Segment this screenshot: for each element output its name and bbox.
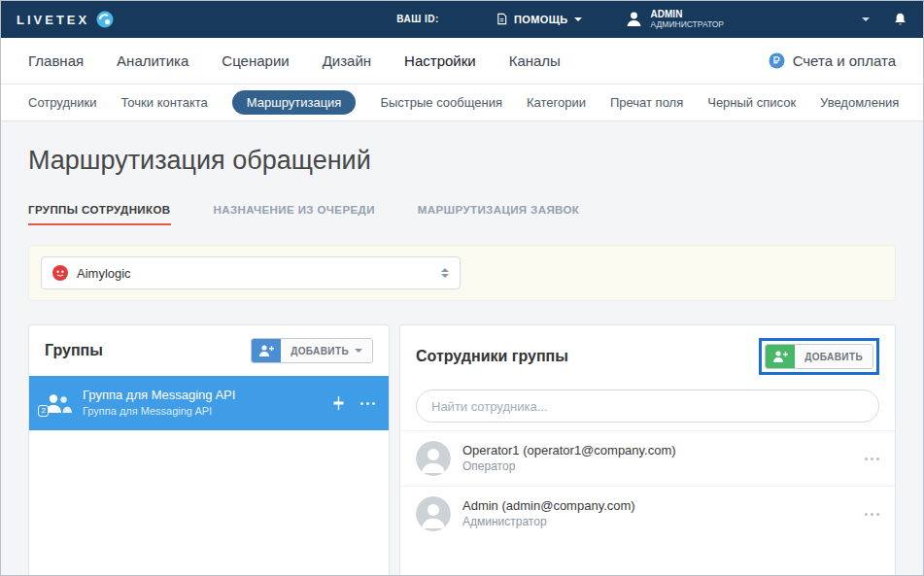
add-member-label: ДОБАВИТЬ	[804, 352, 863, 362]
member-more-menu-icon[interactable]	[865, 457, 879, 460]
nav-item-design[interactable]: Дизайн	[323, 52, 371, 69]
app-window: LIVETEX ВАШ ID: ПОМОЩЬ ADMIN АДМИНИС	[0, 0, 924, 576]
nav-item-settings[interactable]: Настройки	[404, 52, 476, 69]
avatar	[416, 441, 451, 476]
subnav-item-employees[interactable]: Сотрудники	[28, 95, 96, 110]
groups-card: Группы ДОБАВИТЬ 2	[28, 324, 390, 575]
member-role: Администратор	[462, 515, 635, 530]
nav-item-main[interactable]: Главная	[28, 52, 84, 69]
user-role: АДМИНИСТРАТОР	[651, 20, 724, 30]
add-group-button[interactable]: ДОБАВИТЬ	[251, 338, 373, 363]
billing-icon	[769, 52, 785, 69]
notifications-bell-icon[interactable]	[893, 12, 907, 27]
member-more-menu-icon[interactable]	[865, 513, 879, 516]
bot-select-value: Aimylogic	[77, 266, 131, 281]
routing-tabs: ГРУППЫ СОТРУДНИКОВ НАЗНАЧЕНИЕ ИЗ ОЧЕРЕДИ…	[28, 204, 896, 225]
groups-card-title: Группы	[45, 342, 103, 359]
members-card-title: Сотрудники группы	[416, 348, 568, 365]
topbar-dropdown-icon[interactable]	[862, 17, 870, 21]
livetex-logo-text: LIVETEX	[17, 13, 89, 27]
subnav-item-notifications[interactable]: Уведомления	[820, 95, 899, 110]
member-row: Operator1 (operator1@company.com) Операт…	[400, 430, 895, 486]
main-nav: Главная Аналитика Сценарии Дизайн Настро…	[1, 38, 923, 85]
subnav-item-categories[interactable]: Категории	[527, 95, 586, 110]
tab-queue-assignment[interactable]: НАЗНАЧЕНИЕ ИЗ ОЧЕРЕДИ	[214, 204, 375, 225]
add-member-button[interactable]: ДОБАВИТЬ	[765, 344, 873, 369]
member-search-input[interactable]	[416, 390, 879, 423]
content-area: Маршрутизация обращений ГРУППЫ СОТРУДНИК…	[1, 121, 923, 575]
group-count-badge: 2	[38, 405, 49, 417]
tab-employee-groups[interactable]: ГРУППЫ СОТРУДНИКОВ	[28, 204, 171, 225]
chevron-down-icon	[574, 17, 582, 21]
your-id-label: ВАШ ID:	[396, 14, 439, 24]
add-member-icon	[766, 345, 795, 368]
bot-select[interactable]: Aimylogic	[41, 256, 461, 289]
subnav-item-routing[interactable]: Маршрутизация	[232, 90, 357, 115]
group-more-menu-icon[interactable]	[360, 402, 375, 405]
group-people-icon: 2	[43, 392, 72, 414]
help-label: ПОМОЩЬ	[514, 14, 568, 25]
add-group-icon	[252, 339, 281, 362]
help-icon	[496, 13, 508, 25]
bot-select-panel: Aimylogic	[28, 245, 896, 301]
subnav-item-quick-messages[interactable]: Быстрые сообщения	[380, 95, 502, 110]
chevron-down-icon	[355, 349, 362, 353]
subnav-item-blacklist[interactable]: Черный список	[707, 95, 796, 110]
member-row: Admin (admin@company.com) Администратор	[400, 486, 895, 541]
member-role: Оператор	[462, 459, 676, 475]
annotation-highlight-box: ДОБАВИТЬ	[759, 338, 879, 375]
nav-item-scenarios[interactable]: Сценарии	[222, 52, 289, 69]
member-name: Admin (admin@company.com)	[462, 498, 635, 515]
billing-label: Счета и оплата	[793, 52, 896, 69]
help-menu[interactable]: ПОМОЩЬ	[496, 13, 582, 25]
group-subtitle: Группа для Messaging API	[83, 404, 235, 418]
select-caret-icon	[441, 268, 449, 278]
priority-icon[interactable]	[332, 395, 345, 411]
tab-ticket-routing[interactable]: МАРШРУТИЗАЦИЯ ЗАЯВОК	[418, 204, 579, 225]
member-name: Operator1 (operator1@company.com)	[462, 443, 676, 459]
subnav-item-contact-points[interactable]: Точки контакта	[120, 95, 207, 110]
aimylogic-icon	[52, 265, 68, 281]
page-title: Маршрутизация обращений	[28, 146, 896, 176]
livetex-logo-icon	[96, 11, 114, 28]
user-icon	[625, 11, 643, 27]
user-menu[interactable]: ADMIN АДМИНИСТРАТОР	[625, 9, 724, 29]
group-list-item[interactable]: 2 Группа для Messaging API Группа для Me…	[29, 376, 389, 430]
livetex-logo[interactable]: LIVETEX	[17, 11, 114, 28]
nav-item-channels[interactable]: Каналы	[509, 52, 561, 69]
avatar	[416, 496, 451, 531]
settings-subnav: Сотрудники Точки контакта Маршрутизация …	[1, 85, 923, 121]
group-name: Группа для Messaging API	[83, 388, 235, 404]
billing-link[interactable]: Счета и оплата	[769, 52, 896, 69]
top-bar: LIVETEX ВАШ ID: ПОМОЩЬ ADMIN АДМИНИС	[1, 1, 923, 38]
nav-item-analytics[interactable]: Аналитика	[117, 52, 188, 69]
group-members-card: Сотрудники группы ДОБАВИТЬ	[399, 324, 896, 575]
subnav-item-prechat-fields[interactable]: Пречат поля	[610, 95, 683, 110]
add-group-label: ДОБАВИТЬ	[291, 346, 349, 356]
